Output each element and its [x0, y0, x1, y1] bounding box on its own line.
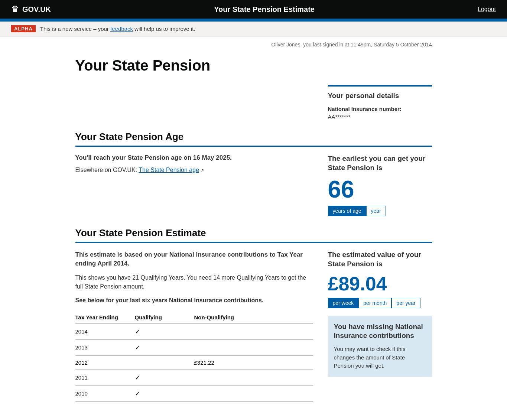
estimate-basis: This estimate is based on your National … — [75, 250, 313, 268]
crown-icon: ♛ — [11, 4, 19, 14]
logo-text: GOV.UK — [22, 5, 51, 14]
estimate-section-heading: Your State Pension Estimate — [75, 227, 432, 243]
page-title: Your State Pension — [75, 57, 432, 74]
spa-section-heading: Your State Pension Age — [75, 131, 432, 147]
checkmark-icon: ✓ — [135, 390, 140, 397]
ni-table: Tax Year Ending Qualifying Non-Qualifyin… — [75, 311, 313, 402]
per-month-tag[interactable]: per month — [358, 298, 391, 308]
row-non-qualifying — [194, 339, 313, 355]
row-year: 2014 — [75, 323, 135, 339]
qualifying-years-text: This shows you have 21 Qualifying Years.… — [75, 273, 313, 291]
ni-table-body: 2014✓2013✓2012£321.222011✓2010✓ — [75, 323, 313, 401]
row-qualifying: ✓ — [135, 339, 194, 355]
age-number: 66 — [328, 178, 432, 201]
spa-left: You'll reach your State Pension age on 1… — [75, 154, 313, 177]
row-year: 2013 — [75, 339, 135, 355]
row-qualifying: ✓ — [135, 323, 194, 339]
row-non-qualifying — [194, 369, 313, 385]
gov-uk-logo: ♛ GOV.UK — [11, 4, 51, 14]
ni-label: National Insurance number: — [328, 106, 432, 112]
pension-amount: £89.04 — [328, 274, 432, 293]
logout-button[interactable]: Logout — [478, 6, 496, 13]
alpha-prefix: This is a new service – your — [40, 26, 110, 32]
table-row: 2014✓ — [75, 323, 313, 339]
personal-details-right: Your personal details National Insurance… — [328, 85, 432, 120]
years-of-age-tag[interactable]: years of age — [328, 206, 366, 216]
estimated-value-section: The estimated value of your State Pensio… — [328, 250, 432, 308]
last-signed-in: Oliver Jones, you last signed in at 11:4… — [75, 36, 432, 50]
state-pension-age-link[interactable]: The State Pension age — [139, 167, 199, 173]
state-pension-age-section: Your State Pension Age You'll reach your… — [75, 131, 432, 216]
table-row: 2010✓ — [75, 385, 313, 401]
estimate-right: The estimated value of your State Pensio… — [328, 250, 432, 377]
alpha-suffix: will help us to improve it. — [133, 26, 195, 32]
estimate-left: This estimate is based on your National … — [75, 250, 313, 406]
age-tags: years of age year — [328, 206, 432, 216]
site-header: ♛ GOV.UK Your State Pension Estimate Log… — [0, 0, 507, 19]
table-row: 2013✓ — [75, 339, 313, 355]
period-tags: per week per month per year — [328, 298, 432, 308]
row-year: 2011 — [75, 369, 135, 385]
missing-ni-text: You may want to check if this changes th… — [334, 345, 426, 370]
estimated-value-heading: The estimated value of your State Pensio… — [328, 250, 432, 268]
row-non-qualifying — [194, 323, 313, 339]
six-years-text: See below for your last six years Nation… — [75, 297, 313, 304]
table-row: 2012£321.22 — [75, 355, 313, 369]
table-row: 2011✓ — [75, 369, 313, 385]
checkmark-icon: ✓ — [135, 344, 140, 351]
per-week-tag[interactable]: per week — [328, 298, 359, 308]
ni-value: AA******* — [328, 114, 432, 120]
missing-ni-heading: You have missing National Insurance cont… — [334, 322, 426, 341]
estimate-two-col: This estimate is based on your National … — [75, 250, 432, 406]
alpha-message: This is a new service – your feedback wi… — [40, 26, 195, 32]
alpha-banner: ALPHA This is a new service – your feedb… — [0, 22, 507, 36]
personal-details-heading: Your personal details — [328, 92, 432, 100]
earliest-heading: The earliest you can get your State Pens… — [328, 154, 432, 172]
per-year-tag[interactable]: per year — [391, 298, 420, 308]
row-non-qualifying — [194, 385, 313, 401]
blue-bar — [0, 19, 507, 22]
estimate-section: Your State Pension Estimate This estimat… — [75, 227, 432, 406]
col-header-non-qualifying: Non-Qualifying — [194, 311, 313, 324]
alpha-badge: ALPHA — [11, 25, 36, 32]
main-content: Oliver Jones, you last signed in at 11:4… — [64, 36, 443, 406]
checkmark-icon: ✓ — [135, 374, 140, 381]
row-year: 2010 — [75, 385, 135, 401]
col-header-year: Tax Year Ending — [75, 311, 135, 324]
row-qualifying — [135, 355, 194, 369]
spa-elsewhere: Elsewhere on GOV.UK: The State Pension a… — [75, 167, 313, 173]
personal-details-section: Your personal details National Insurance… — [75, 85, 432, 120]
ni-table-header-row: Tax Year Ending Qualifying Non-Qualifyin… — [75, 311, 313, 324]
spa-right: The earliest you can get your State Pens… — [328, 154, 432, 216]
feedback-link[interactable]: feedback — [110, 26, 133, 32]
spa-reach-date: You'll reach your State Pension age on 1… — [75, 154, 313, 162]
row-qualifying: ✓ — [135, 385, 194, 401]
spa-two-col: You'll reach your State Pension age on 1… — [75, 154, 432, 216]
missing-ni-box: You have missing National Insurance cont… — [328, 316, 432, 377]
ni-table-head: Tax Year Ending Qualifying Non-Qualifyin… — [75, 311, 313, 324]
spa-elsewhere-prefix: Elsewhere on GOV.UK: — [75, 167, 139, 173]
personal-details-box: Your personal details National Insurance… — [328, 85, 432, 120]
year-tag[interactable]: year — [366, 206, 386, 216]
col-header-qualifying: Qualifying — [135, 311, 194, 324]
external-link-icon: ↗ — [199, 168, 204, 173]
header-title: Your State Pension Estimate — [51, 5, 478, 14]
row-qualifying: ✓ — [135, 369, 194, 385]
checkmark-icon: ✓ — [135, 328, 140, 335]
row-year: 2012 — [75, 355, 135, 369]
row-non-qualifying: £321.22 — [194, 355, 313, 369]
